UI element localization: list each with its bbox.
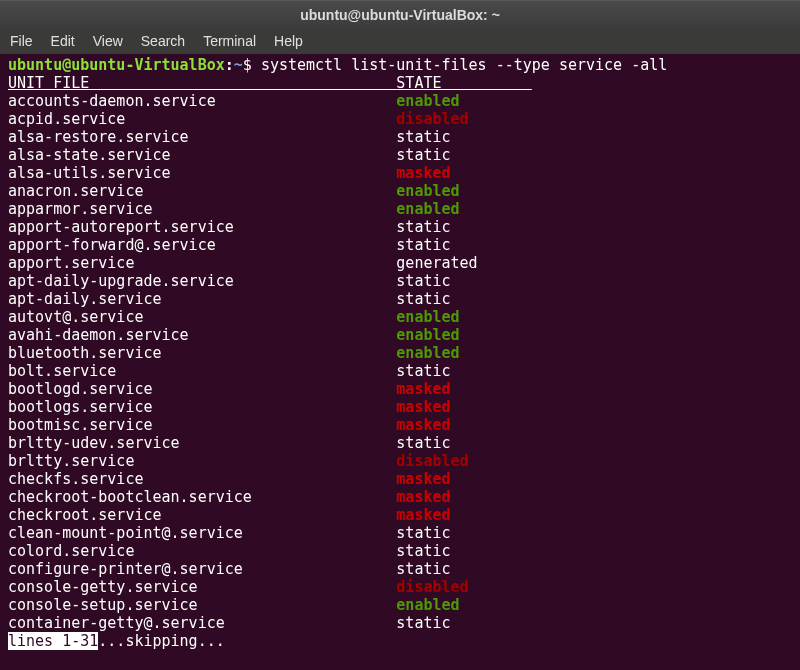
unit-state: enabled (396, 326, 459, 344)
prompt-line: ubuntu@ubuntu-VirtualBox:~$ systemctl li… (8, 56, 792, 74)
menu-terminal[interactable]: Terminal (203, 32, 256, 50)
unit-name: brltty.service (8, 452, 396, 470)
unit-state: enabled (396, 344, 459, 362)
unit-name: accounts-daemon.service (8, 92, 396, 110)
unit-state: masked (396, 416, 450, 434)
command-text: systemctl list-unit-files --type service… (261, 56, 667, 74)
prompt-user-host: ubuntu@ubuntu-VirtualBox (8, 56, 225, 74)
unit-state: static (396, 272, 450, 290)
table-row: console-setup.service enabled (8, 596, 792, 614)
pager-line: lines 1-31...skipping... (8, 632, 792, 650)
unit-name: console-getty.service (8, 578, 396, 596)
unit-state: static (396, 560, 450, 578)
table-row: apt-daily-upgrade.service static (8, 272, 792, 290)
unit-state: masked (396, 506, 450, 524)
unit-state: disabled (396, 452, 468, 470)
table-row: anacron.service enabled (8, 182, 792, 200)
window-titlebar: ubuntu@ubuntu-VirtualBox: ~ (0, 0, 800, 28)
unit-name: bluetooth.service (8, 344, 396, 362)
menu-file[interactable]: File (10, 32, 33, 50)
table-row: apt-daily.service static (8, 290, 792, 308)
unit-name: checkfs.service (8, 470, 396, 488)
table-row: autovt@.service enabled (8, 308, 792, 326)
unit-name: apport-forward@.service (8, 236, 396, 254)
unit-name: bootmisc.service (8, 416, 396, 434)
unit-name: apt-daily-upgrade.service (8, 272, 396, 290)
header-unit-file: UNIT FILE (8, 74, 396, 92)
unit-state: generated (396, 254, 477, 272)
unit-state: enabled (396, 200, 459, 218)
unit-name: alsa-restore.service (8, 128, 396, 146)
table-row: accounts-daemon.service enabled (8, 92, 792, 110)
menubar: File Edit View Search Terminal Help (0, 28, 800, 54)
header-state: STATE (396, 74, 531, 92)
table-row: bluetooth.service enabled (8, 344, 792, 362)
unit-name: container-getty@.service (8, 614, 396, 632)
unit-name: alsa-utils.service (8, 164, 396, 182)
unit-state: static (396, 524, 450, 542)
unit-name: brltty-udev.service (8, 434, 396, 452)
prompt-colon: : (225, 56, 234, 74)
table-row: bootmisc.service masked (8, 416, 792, 434)
table-row: apport-forward@.service static (8, 236, 792, 254)
unit-name: bootlogd.service (8, 380, 396, 398)
menu-view[interactable]: View (93, 32, 123, 50)
table-row: checkroot-bootclean.service masked (8, 488, 792, 506)
table-row: brltty-udev.service static (8, 434, 792, 452)
unit-state: static (396, 236, 450, 254)
unit-state: enabled (396, 596, 459, 614)
terminal-output[interactable]: ubuntu@ubuntu-VirtualBox:~$ systemctl li… (0, 54, 800, 652)
unit-state: static (396, 434, 450, 452)
unit-name: bootlogs.service (8, 398, 396, 416)
unit-state: masked (396, 380, 450, 398)
table-row: container-getty@.service static (8, 614, 792, 632)
unit-name: apport-autoreport.service (8, 218, 396, 236)
unit-name: anacron.service (8, 182, 396, 200)
table-row: configure-printer@.service static (8, 560, 792, 578)
table-row: apport-autoreport.service static (8, 218, 792, 236)
table-row: bootlogs.service masked (8, 398, 792, 416)
unit-rows: accounts-daemon.service enabledacpid.ser… (8, 92, 792, 632)
pager-position: lines 1-31 (8, 632, 98, 650)
menu-help[interactable]: Help (274, 32, 303, 50)
unit-state: static (396, 290, 450, 308)
unit-name: bolt.service (8, 362, 396, 380)
unit-name: checkroot-bootclean.service (8, 488, 396, 506)
table-row: avahi-daemon.service enabled (8, 326, 792, 344)
table-row: console-getty.service disabled (8, 578, 792, 596)
table-row: checkroot.service masked (8, 506, 792, 524)
table-row: alsa-state.service static (8, 146, 792, 164)
table-row: alsa-utils.service masked (8, 164, 792, 182)
table-row: acpid.service disabled (8, 110, 792, 128)
unit-name: apt-daily.service (8, 290, 396, 308)
table-row: alsa-restore.service static (8, 128, 792, 146)
prompt-dollar: $ (243, 56, 261, 74)
table-header: UNIT FILE STATE (8, 74, 792, 92)
unit-name: avahi-daemon.service (8, 326, 396, 344)
unit-state: static (396, 614, 450, 632)
table-row: clean-mount-point@.service static (8, 524, 792, 542)
unit-state: disabled (396, 578, 468, 596)
unit-state: masked (396, 488, 450, 506)
unit-state: static (396, 362, 450, 380)
table-row: checkfs.service masked (8, 470, 792, 488)
unit-name: clean-mount-point@.service (8, 524, 396, 542)
unit-state: enabled (396, 182, 459, 200)
table-row: colord.service static (8, 542, 792, 560)
unit-name: acpid.service (8, 110, 396, 128)
table-row: brltty.service disabled (8, 452, 792, 470)
window-title: ubuntu@ubuntu-VirtualBox: ~ (300, 6, 500, 24)
unit-state: static (396, 218, 450, 236)
prompt-path: ~ (234, 56, 243, 74)
menu-search[interactable]: Search (141, 32, 185, 50)
unit-state: disabled (396, 110, 468, 128)
unit-name: apport.service (8, 254, 396, 272)
unit-state: masked (396, 398, 450, 416)
menu-edit[interactable]: Edit (51, 32, 75, 50)
unit-name: autovt@.service (8, 308, 396, 326)
unit-name: alsa-state.service (8, 146, 396, 164)
unit-state: masked (396, 470, 450, 488)
unit-state: static (396, 542, 450, 560)
unit-name: configure-printer@.service (8, 560, 396, 578)
unit-state: static (396, 128, 450, 146)
